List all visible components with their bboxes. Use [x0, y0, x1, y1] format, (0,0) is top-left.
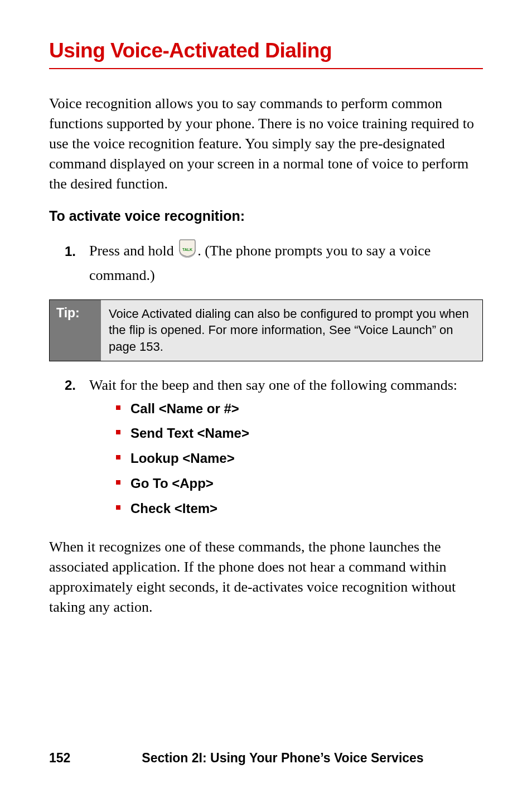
- step-1: 1. Press and hold TALK . (The phone prom…: [65, 240, 483, 286]
- step-text: Press and hold TALK . (The phone prompts…: [89, 240, 483, 286]
- section-label: Section 2I: Using Your Phone’s Voice Ser…: [83, 751, 483, 766]
- intro-paragraph: Voice recognition allows you to say comm…: [49, 94, 483, 194]
- subheading: To activate voice recognition:: [49, 208, 483, 224]
- talk-key-icon: TALK: [177, 239, 197, 264]
- tip-box: Tip: Voice Activated dialing can also be…: [49, 299, 483, 361]
- page-number: 152: [49, 751, 83, 766]
- list-item: Go To <App>: [116, 474, 483, 494]
- step-number: 1.: [65, 244, 89, 259]
- step1-before: Press and hold: [89, 243, 177, 259]
- command-list: Call <Name or #> Send Text <Name> Lookup…: [116, 399, 483, 519]
- list-item: Check <Item>: [116, 499, 483, 519]
- step-text: Wait for the beep and then say one of th…: [89, 375, 483, 524]
- tip-content: Voice Activated dialing can also be conf…: [101, 300, 482, 361]
- step-number: 2.: [65, 378, 89, 393]
- key-label-text: TALK: [182, 248, 192, 252]
- step-2: 2. Wait for the beep and then say one of…: [65, 375, 483, 524]
- list-item: Call <Name or #>: [116, 399, 483, 419]
- list-item: Lookup <Name>: [116, 449, 483, 468]
- closing-paragraph: When it recognizes one of these commands…: [49, 537, 483, 617]
- page-footer: 152 Section 2I: Using Your Phone’s Voice…: [0, 751, 532, 766]
- page-title: Using Voice-Activated Dialing: [49, 39, 483, 69]
- document-page: Using Voice-Activated Dialing Voice reco…: [0, 0, 532, 640]
- tip-label: Tip:: [50, 300, 101, 361]
- step2-text: Wait for the beep and then say one of th…: [89, 377, 457, 393]
- list-item: Send Text <Name>: [116, 424, 483, 443]
